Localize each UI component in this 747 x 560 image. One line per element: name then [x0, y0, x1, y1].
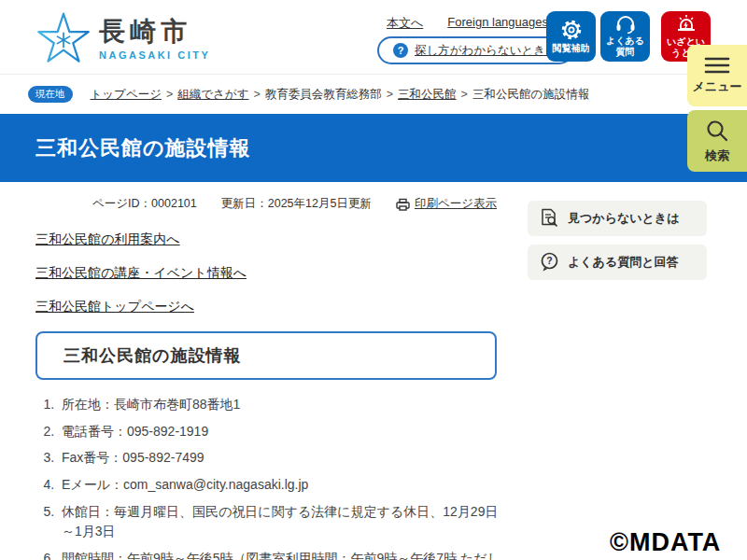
- city-logo[interactable]: 長崎市 NAGASAKI CITY: [35, 8, 210, 68]
- breadcrumb: 現在地 トップページ > 組織でさがす > 教育委員会教育総務部 > 三和公民館…: [0, 75, 747, 114]
- breadcrumb-separator: >: [387, 88, 393, 101]
- page-title-bar: 三和公民館の施設情報: [0, 114, 747, 182]
- question-bubble-icon: ?: [540, 252, 559, 273]
- sidebar-faq-answers[interactable]: ? よくある質問と回答: [528, 245, 707, 280]
- menu-button-label: メニュー: [693, 78, 742, 95]
- list-item-address: 所在地：長崎市布巻町88番地1: [58, 395, 511, 415]
- current-location-badge: 現在地: [28, 86, 73, 103]
- question-circle-icon: ?: [393, 43, 408, 58]
- link-facility-top[interactable]: 三和公民館トップページへ: [35, 299, 194, 315]
- mdata-watermark: ©MDATA: [610, 528, 721, 557]
- accessibility-button[interactable]: 閲覧補助: [546, 11, 596, 62]
- header-utility-links: 本文へ Foreign languages: [387, 15, 548, 32]
- star-logo-icon: [35, 8, 92, 68]
- accessibility-button-label: 閲覧補助: [553, 43, 590, 54]
- facility-info-list: 所在地：長崎市布巻町88番地1 電話番号：095-892-1919 Fax番号：…: [39, 395, 511, 560]
- site-header: 長崎市 NAGASAKI CITY 本文へ Foreign languages …: [0, 0, 747, 75]
- list-item-open-hours: 開館時間：午前9時～午後5時（図書室利用時間：午前9時～午後7時 ただし土、日曜…: [58, 549, 511, 560]
- search-help-pill[interactable]: ? 探し方がわからないときは: [377, 36, 573, 64]
- hamburger-icon: [704, 57, 730, 74]
- document-search-icon: [540, 208, 559, 229]
- print-page-link[interactable]: 印刷ページ表示: [396, 196, 497, 212]
- print-page-label: 印刷ページ表示: [415, 196, 497, 212]
- page-title: 三和公民館の施設情報: [0, 134, 251, 162]
- breadcrumb-separator: >: [253, 88, 260, 101]
- faq-button[interactable]: よくある質問: [600, 11, 650, 62]
- sidebar-not-found-label: 見つからないときは: [568, 210, 679, 227]
- skip-to-content-link[interactable]: 本文へ: [387, 15, 423, 32]
- faq-button-label: よくある質問: [602, 35, 648, 58]
- gear-icon: [560, 19, 583, 41]
- breadcrumb-home-link[interactable]: トップページ: [91, 87, 162, 103]
- search-button-label: 検索: [705, 147, 729, 164]
- section-heading: 三和公民館の施設情報: [37, 344, 241, 367]
- breadcrumb-separator: >: [461, 88, 468, 101]
- list-item-email: Eメール：com_sanwa@city.nagasaki.lg.jp: [58, 475, 511, 496]
- search-button[interactable]: 検索: [687, 110, 747, 172]
- updated-date: 更新日：2025年12月5日更新: [221, 196, 372, 212]
- breadcrumb-department: 教育委員会教育総務部: [265, 87, 382, 103]
- link-usage-guide[interactable]: 三和公民館の利用案内へ: [35, 231, 180, 248]
- section-heading-box: 三和公民館の施設情報: [35, 331, 497, 380]
- sidebar-faq-label: よくある質問と回答: [568, 254, 679, 271]
- search-icon: [705, 119, 729, 143]
- svg-text:?: ?: [546, 255, 552, 266]
- city-name-en: NAGASAKI CITY: [99, 49, 210, 61]
- page-root: 長崎市 NAGASAKI CITY 本文へ Foreign languages …: [0, 0, 747, 560]
- breadcrumb-facility-link[interactable]: 三和公民館: [398, 87, 457, 103]
- breadcrumb-org-link[interactable]: 組織でさがす: [177, 87, 248, 103]
- list-item-phone: 電話番号：095-892-1919: [58, 422, 511, 442]
- headset-icon: [615, 15, 636, 34]
- page-meta-row: ページID：0002101 更新日：2025年12月5日更新 印刷ページ表示: [0, 196, 497, 212]
- logo-text: 長崎市 NAGASAKI CITY: [99, 16, 210, 61]
- siren-icon: [675, 14, 698, 35]
- page-id: ページID：0002101: [92, 196, 197, 212]
- link-events-info[interactable]: 三和公民館の講座・イベント情報へ: [35, 265, 247, 282]
- sidebar-not-found-help[interactable]: 見つからないときは: [528, 201, 707, 236]
- city-name: 長崎市: [99, 16, 210, 48]
- list-item-fax: Fax番号：095-892-7499: [58, 448, 511, 469]
- foreign-languages-link[interactable]: Foreign languages: [447, 15, 548, 32]
- breadcrumb-separator: >: [166, 88, 173, 101]
- breadcrumb-current-page: 三和公民館の施設情報: [472, 87, 589, 103]
- printer-icon: [396, 198, 410, 211]
- search-help-label: 探し方がわからないときは: [415, 43, 557, 59]
- list-item-closed-days: 休館日：毎週月曜日、国民の祝日に関する法律に規定する休日、12月29日～1月3日: [58, 502, 511, 542]
- menu-button[interactable]: メニュー: [687, 45, 747, 106]
